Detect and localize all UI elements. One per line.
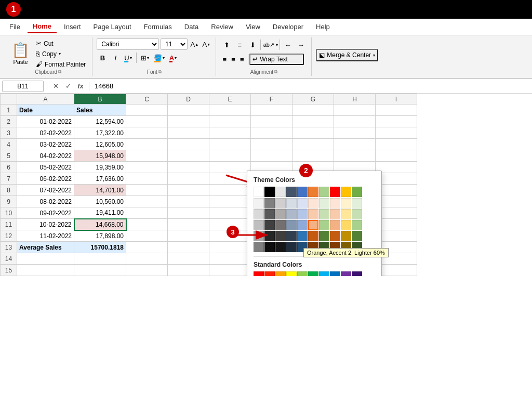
cell-b2[interactable]: 12,594.00 [74, 116, 126, 127]
cell-a13[interactable]: Average Sales [17, 242, 74, 253]
tv-2-1[interactable] [254, 209, 264, 219]
cell-g2[interactable] [292, 116, 334, 127]
std-purple2[interactable] [352, 271, 362, 276]
tv-3-3[interactable] [275, 220, 286, 230]
tv-4-9[interactable] [341, 231, 351, 241]
cell-c10[interactable] [126, 207, 168, 219]
menu-data[interactable]: Data [179, 21, 204, 33]
cell-c11[interactable] [126, 219, 168, 230]
decrease-font-size-button[interactable]: A▼ [201, 39, 211, 49]
cell-b10[interactable]: 19,411.00 [74, 207, 126, 219]
tv-2-4[interactable] [286, 209, 297, 219]
cell-f3[interactable] [251, 127, 292, 139]
cell-a12[interactable]: 11-02-2022 [17, 230, 74, 242]
cell-c13[interactable] [126, 242, 168, 253]
cell-b9[interactable]: 10,560.00 [74, 196, 126, 207]
cell-b1[interactable]: Sales [74, 105, 126, 116]
tv-1-9[interactable] [341, 198, 351, 208]
indent-decrease-button[interactable]: ← [282, 38, 294, 51]
align-right-button[interactable]: ≡ [238, 53, 246, 66]
cell-i1[interactable] [376, 105, 417, 116]
theme-swatch-darkgreen[interactable] [352, 187, 362, 197]
cell-d10[interactable] [168, 207, 209, 219]
cell-d15[interactable] [168, 265, 209, 276]
theme-swatch-yellow[interactable] [341, 187, 351, 197]
cell-c2[interactable] [126, 116, 168, 127]
border-button[interactable]: ⊞ ▾ [139, 52, 151, 63]
increase-font-size-button[interactable]: A▲ [189, 39, 200, 49]
cell-e10[interactable] [209, 207, 251, 219]
cell-d6[interactable] [168, 162, 209, 173]
cell-e3[interactable] [209, 127, 251, 139]
align-center-button[interactable]: ≡ [229, 53, 237, 66]
std-lightblue[interactable] [319, 271, 329, 276]
cell-e2[interactable] [209, 116, 251, 127]
cell-d1[interactable] [168, 105, 209, 116]
tv-3-4[interactable] [286, 220, 297, 230]
col-header-a[interactable]: A [17, 94, 74, 105]
cell-c9[interactable] [126, 196, 168, 207]
cell-d13[interactable] [168, 242, 209, 253]
cell-g4[interactable] [292, 139, 334, 150]
cell-e1[interactable] [209, 105, 251, 116]
cell-d11[interactable] [168, 219, 209, 230]
col-header-d[interactable]: D [168, 94, 209, 105]
tv-4-5[interactable] [297, 231, 308, 241]
tv-4-1[interactable] [254, 231, 264, 241]
tv-1-7[interactable] [319, 198, 329, 208]
tv-3-6-selected[interactable] [308, 220, 318, 230]
tv-5-5[interactable] [297, 242, 308, 252]
theme-swatch-orange[interactable] [308, 187, 318, 197]
tv-2-6[interactable] [308, 209, 318, 219]
cell-i3[interactable] [376, 127, 417, 139]
align-bottom-button[interactable]: ⬇ [246, 38, 259, 51]
std-blue[interactable] [330, 271, 340, 276]
tv-4-7[interactable] [319, 231, 329, 241]
tv-4-10[interactable] [352, 231, 362, 241]
cell-g3[interactable] [292, 127, 334, 139]
cell-c5[interactable] [126, 150, 168, 162]
tv-5-9[interactable] [341, 242, 351, 252]
cell-e14[interactable] [209, 253, 251, 265]
tv-1-1[interactable] [254, 198, 264, 208]
tv-1-6[interactable] [308, 198, 318, 208]
cell-a9[interactable]: 08-02-2022 [17, 196, 74, 207]
cell-e15[interactable] [209, 265, 251, 276]
cell-d12[interactable] [168, 230, 209, 242]
tv-5-7[interactable] [319, 242, 329, 252]
menu-help[interactable]: Help [311, 21, 335, 33]
std-purple1[interactable] [341, 271, 351, 276]
cell-c1[interactable] [126, 105, 168, 116]
tv-3-7[interactable] [319, 220, 329, 230]
cell-h5[interactable] [334, 150, 376, 162]
theme-swatch-red[interactable] [330, 187, 340, 197]
insert-function-icon[interactable]: fx [75, 81, 86, 92]
tv-2-7[interactable] [319, 209, 329, 219]
std-yellow[interactable] [286, 271, 297, 276]
std-orange[interactable] [275, 271, 286, 276]
cell-a7[interactable]: 06-02-2022 [17, 173, 74, 185]
col-header-h[interactable]: H [334, 94, 376, 105]
cancel-formula-icon[interactable]: ✕ [50, 81, 61, 92]
tv-1-5[interactable] [297, 198, 308, 208]
font-name-select[interactable]: Calibri [97, 38, 159, 50]
fill-color-button[interactable]: 🪣 ▾ [152, 52, 166, 63]
cell-d8[interactable] [168, 185, 209, 196]
menu-formulas[interactable]: Formulas [139, 21, 177, 33]
std-red[interactable] [254, 271, 264, 276]
tv-5-6[interactable] [308, 242, 318, 252]
menu-view[interactable]: View [241, 21, 265, 33]
theme-swatch-blue[interactable] [297, 187, 308, 197]
align-middle-button[interactable]: ≡ [233, 38, 246, 51]
font-size-select[interactable]: 11 [161, 38, 188, 50]
std-darkred[interactable] [264, 271, 275, 276]
cell-b12[interactable]: 17,898.00 [74, 230, 126, 242]
tv-4-3[interactable] [275, 231, 286, 241]
alignment-expand-icon[interactable]: ⧉ [274, 69, 277, 75]
cell-b7[interactable]: 17,636.00 [74, 173, 126, 185]
cell-h3[interactable] [334, 127, 376, 139]
cell-a3[interactable]: 02-02-2022 [17, 127, 74, 139]
tv-5-2[interactable] [264, 242, 275, 252]
cell-a5[interactable]: 04-02-2022 [17, 150, 74, 162]
theme-swatch-green[interactable] [319, 187, 329, 197]
